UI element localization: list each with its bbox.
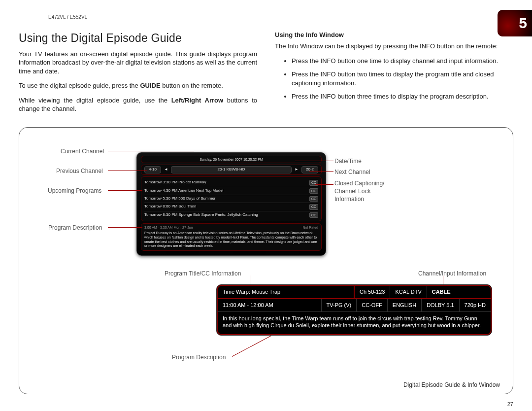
model-header: E472VL / E552VL bbox=[48, 14, 513, 21]
guide-osd: Sunday, 26 November 2007 10:20:32 PM 4-1… bbox=[136, 152, 326, 256]
guide-list-item: Tomorrow 8:00 PM Soul TrainCC bbox=[144, 203, 318, 211]
info-ch: Ch 50-123 bbox=[355, 286, 390, 298]
guide-list-item: Tomorrow 5:30 PM 500 Days of SummerCC bbox=[144, 195, 318, 203]
callout-current-channel: Current Channel bbox=[61, 147, 104, 155]
right-column: Using the Info Window The Info Window ca… bbox=[275, 31, 513, 119]
guide-list-item: Tomorrow 4:30 PM American Next Top Model… bbox=[144, 187, 318, 195]
guide-desc-rating: Not Rated bbox=[302, 226, 318, 230]
guide-channel-row: 4-10 ◄ 20-1 KBWB-HD ► 20-2 bbox=[141, 165, 322, 175]
guide-date-row: Sunday, 26 November 2007 10:20:32 PM bbox=[141, 156, 322, 163]
info-bullet-list: Press the INFO button one time to displa… bbox=[275, 57, 513, 101]
info-time: 11:00 AM - 12:00 AM bbox=[218, 299, 322, 311]
info-desc: In this hour-long special, the Time Warp… bbox=[217, 312, 492, 336]
chapter-tab: 5 bbox=[498, 10, 532, 36]
prev-channel-num: 4-10 bbox=[144, 166, 161, 173]
guide-desc-text: Project Runway is an American reality te… bbox=[144, 231, 318, 248]
callout-next-channel: Next Channel bbox=[334, 168, 370, 176]
left-p2: To use the digital episode guide, press … bbox=[19, 81, 257, 90]
info-osd: Time Warp: Mouse Trap Ch 50-123 KCAL DTV… bbox=[216, 284, 492, 336]
upcoming-list: Tomorrow 3:30 PM Project RunwayCCTomorro… bbox=[141, 176, 322, 221]
prev-arrow-icon: ◄ bbox=[164, 167, 168, 172]
page-number: 27 bbox=[507, 401, 513, 408]
p2-post: button on the remote. bbox=[161, 82, 223, 89]
guide-list-item: Tomorrow 8:30 PM Sponge Bob Square Pants… bbox=[144, 211, 318, 219]
guide-desc-time: 3:00 AM - 3:30 AM Mon. 27-Jun bbox=[144, 226, 193, 230]
right-intro: The Info Window can be displayed by pres… bbox=[275, 42, 513, 51]
callout-title-cc: Program Title/CC Information bbox=[165, 270, 241, 277]
info-res: 720p HD bbox=[460, 299, 491, 311]
callout-previous-channel: Previous Channel bbox=[56, 167, 103, 175]
info-audio: DOLBY 5.1 bbox=[422, 299, 459, 311]
current-channel-pill: 20-1 KBWB-HD bbox=[171, 166, 292, 173]
next-arrow-icon: ► bbox=[295, 167, 299, 172]
p2-bold: GUIDE bbox=[140, 82, 160, 89]
left-p1: Your TV features an on-screen digital ep… bbox=[19, 50, 257, 76]
left-column: Using the Digital Episode Guide Your TV … bbox=[19, 31, 257, 119]
next-channel-num: 20-2 bbox=[301, 166, 318, 173]
section-title-left: Using the Digital Episode Guide bbox=[19, 31, 257, 46]
callout-program-description: Program Description bbox=[48, 224, 102, 232]
info-rating: TV-PG (V) bbox=[322, 299, 357, 311]
left-p3: While viewing the digital episode guide,… bbox=[19, 96, 257, 113]
info-row-2: 11:00 AM - 12:00 AM TV-PG (V) CC-OFF ENG… bbox=[217, 299, 492, 312]
callout-cc-lock-info: Closed Captioning/ Channel Lock Informat… bbox=[334, 179, 384, 204]
p3-bold: Left/Right Arrow bbox=[171, 97, 223, 104]
info-row-1: Time Warp: Mouse Trap Ch 50-123 KCAL DTV… bbox=[217, 285, 492, 299]
info-bullet: Press the INFO button two times to displ… bbox=[292, 70, 513, 87]
p2-pre: To use the digital episode guide, press … bbox=[19, 82, 140, 89]
guide-list-item: Tomorrow 3:30 PM Project RunwayCC bbox=[144, 179, 318, 187]
info-bullet: Press the INFO button three times to dis… bbox=[292, 92, 513, 101]
callout-program-description-info: Program Description bbox=[172, 353, 226, 361]
info-source: CABLE bbox=[427, 286, 456, 298]
info-title: Time Warp: Mouse Trap bbox=[218, 286, 354, 298]
guide-desc-box: 3:00 AM - 3:30 AM Mon. 27-Jun Not Rated … bbox=[141, 223, 322, 251]
diagram-footer: Digital Episode Guide & Info Window bbox=[403, 381, 500, 389]
callout-date-time: Date/Time bbox=[334, 157, 362, 165]
p3-pre: While viewing the digital episode guide,… bbox=[19, 97, 171, 104]
callout-upcoming-programs: Upcoming Programs bbox=[48, 187, 101, 195]
info-station: KCAL DTV bbox=[390, 286, 427, 298]
callout-channel-input: Channel/Input Information bbox=[418, 270, 486, 277]
diagram-frame: Sunday, 26 November 2007 10:20:32 PM 4-1… bbox=[19, 127, 513, 394]
info-lang: ENGLISH bbox=[388, 299, 422, 311]
section-title-right: Using the Info Window bbox=[275, 31, 513, 39]
info-bullet: Press the INFO button one time to displa… bbox=[292, 57, 513, 66]
info-cc: CC-OFF bbox=[357, 299, 388, 311]
